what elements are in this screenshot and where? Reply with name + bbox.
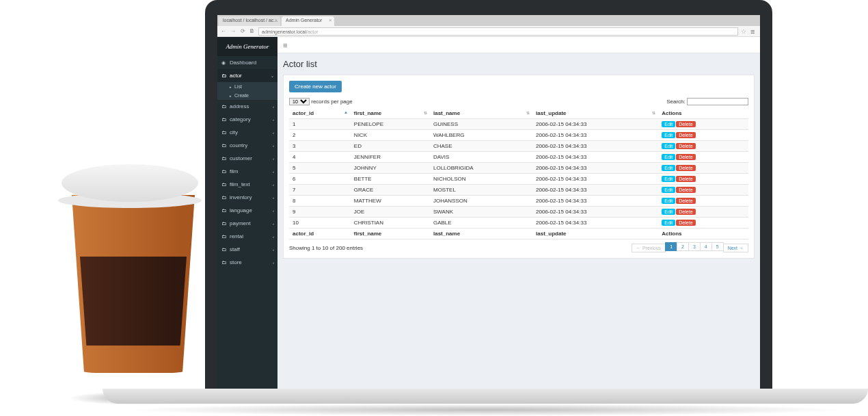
sidebar-item-rental[interactable]: 🗀rental‹ bbox=[217, 230, 277, 243]
sidebar-subitem-create[interactable]: ▸Create bbox=[217, 91, 277, 100]
sidebar-item-city[interactable]: 🗀city‹ bbox=[217, 126, 277, 139]
back-icon[interactable]: ← bbox=[220, 28, 227, 35]
edit-button[interactable]: Edit bbox=[662, 165, 675, 171]
pagination-page-4[interactable]: 4 bbox=[700, 242, 712, 251]
sidebar-item-address[interactable]: 🗀address‹ bbox=[217, 100, 277, 113]
edit-button[interactable]: Edit bbox=[662, 176, 675, 182]
sidebar-item-label: rental bbox=[230, 233, 243, 239]
url-host: admingenerator.local bbox=[262, 29, 306, 34]
cell-first-name: JOHNNY bbox=[351, 163, 430, 174]
chevron-left-icon: ‹ bbox=[273, 118, 274, 122]
column-header-last_name[interactable]: last_name⇅ bbox=[430, 108, 532, 119]
browser-address-bar: ← → ⟳ 🗎 admingenerator.local/actor ☆ ≡ bbox=[217, 26, 760, 37]
sidebar-item-label: actor bbox=[230, 73, 242, 79]
delete-button[interactable]: Delete bbox=[676, 176, 695, 182]
chevron-left-icon: ‹ bbox=[273, 235, 274, 239]
hamburger-icon[interactable]: ≡ bbox=[283, 41, 287, 49]
edit-button[interactable]: Edit bbox=[662, 154, 675, 160]
pagination-page-5[interactable]: 5 bbox=[711, 242, 724, 251]
close-icon[interactable]: × bbox=[329, 18, 331, 23]
sidebar-item-dashboard[interactable]: ◉ Dashboard bbox=[217, 56, 277, 69]
cell-first-name: ED bbox=[351, 141, 430, 152]
sidebar-item-customer[interactable]: 🗀customer‹ bbox=[217, 152, 277, 165]
close-icon[interactable]: × bbox=[275, 18, 277, 23]
browser-tab[interactable]: localhost / localhost / ac... × bbox=[219, 16, 280, 26]
cell-first-name: JENNIFER bbox=[351, 152, 430, 163]
sidebar-item-payment[interactable]: 🗀payment‹ bbox=[217, 217, 277, 230]
cell-first-name: CHRISTIAN bbox=[351, 218, 430, 229]
column-header-actor_id[interactable]: actor_id▲ bbox=[289, 108, 351, 119]
edit-button[interactable]: Edit bbox=[662, 198, 675, 204]
sidebar-item-staff[interactable]: 🗀staff‹ bbox=[217, 243, 277, 256]
create-button[interactable]: Create new actor bbox=[289, 81, 342, 92]
sidebar-item-label: film bbox=[230, 168, 238, 174]
pagination-page-2[interactable]: 2 bbox=[677, 242, 689, 251]
edit-button[interactable]: Edit bbox=[662, 143, 675, 149]
folder-icon: 🗀 bbox=[221, 130, 227, 135]
records-per-page-select[interactable]: 10 bbox=[289, 98, 310, 105]
cell-last-name: GABLE bbox=[430, 218, 532, 229]
sidebar-item-label: category bbox=[230, 116, 251, 122]
cell-actor-id: 8 bbox=[289, 196, 351, 207]
sidebar-item-film_text[interactable]: 🗀film_text‹ bbox=[217, 178, 277, 191]
cell-last-name: NICHOLSON bbox=[430, 174, 532, 185]
sidebar-item-store[interactable]: 🗀store‹ bbox=[217, 256, 277, 269]
cell-last-update: 2006-02-15 04:34:33 bbox=[532, 185, 658, 196]
sidebar-item-actor[interactable]: 🗀actor⌄ bbox=[217, 69, 277, 82]
cell-actor-id: 9 bbox=[289, 207, 351, 218]
sidebar-item-inventory[interactable]: 🗀inventory‹ bbox=[217, 191, 277, 204]
edit-button[interactable]: Edit bbox=[662, 209, 675, 215]
delete-button[interactable]: Delete bbox=[676, 132, 695, 138]
cell-first-name: NICK bbox=[351, 130, 430, 141]
edit-button[interactable]: Edit bbox=[662, 132, 675, 138]
delete-button[interactable]: Delete bbox=[676, 143, 695, 149]
url-input[interactable]: admingenerator.local/actor bbox=[258, 27, 738, 36]
cell-first-name: MATTHEW bbox=[351, 196, 430, 207]
sidebar-item-film[interactable]: 🗀film‹ bbox=[217, 165, 277, 178]
column-header-Actions[interactable]: Actions bbox=[658, 108, 748, 119]
sidebar-item-label: address bbox=[230, 103, 249, 109]
cell-last-name: LOLLOBRIGIDA bbox=[430, 163, 532, 174]
browser-tab-active[interactable]: Admin Generator × bbox=[282, 16, 334, 26]
chevron-left-icon: ‹ bbox=[273, 105, 274, 109]
chevron-left-icon: ‹ bbox=[273, 261, 274, 265]
pagination-page-1[interactable]: 1 bbox=[665, 242, 677, 251]
cell-actions: EditDelete bbox=[658, 174, 748, 185]
reload-icon[interactable]: ⟳ bbox=[239, 28, 246, 35]
folder-icon: 🗀 bbox=[221, 104, 227, 109]
folder-icon: 🗀 bbox=[221, 169, 227, 174]
sidebar-item-label: Dashboard bbox=[230, 60, 256, 66]
sidebar-item-language[interactable]: 🗀language‹ bbox=[217, 204, 277, 217]
pagination-prev[interactable]: ← Previous bbox=[632, 244, 666, 252]
delete-button[interactable]: Delete bbox=[676, 209, 695, 215]
column-footer-first_name: first_name bbox=[351, 229, 430, 239]
sidebar-item-category[interactable]: 🗀category‹ bbox=[217, 113, 277, 126]
file-icon: 🗎 bbox=[249, 28, 256, 35]
edit-button[interactable]: Edit bbox=[662, 220, 675, 226]
delete-button[interactable]: Delete bbox=[676, 220, 695, 226]
delete-button[interactable]: Delete bbox=[676, 187, 695, 193]
sidebar-item-country[interactable]: 🗀country‹ bbox=[217, 139, 277, 152]
delete-button[interactable]: Delete bbox=[676, 154, 695, 160]
chevron-left-icon: ‹ bbox=[273, 209, 274, 213]
pagination-page-3[interactable]: 3 bbox=[688, 242, 701, 251]
pagination-next[interactable]: Next → bbox=[723, 244, 748, 252]
cell-actor-id: 6 bbox=[289, 174, 351, 185]
column-header-last_update[interactable]: last_update⇅ bbox=[532, 108, 658, 119]
menu-icon[interactable]: ≡ bbox=[750, 27, 757, 36]
page-title: Actor list bbox=[283, 59, 755, 69]
delete-button[interactable]: Delete bbox=[676, 121, 695, 127]
bookmark-icon[interactable]: ☆ bbox=[741, 28, 748, 35]
sidebar-subitem-list[interactable]: ▸List bbox=[217, 82, 277, 91]
column-header-first_name[interactable]: first_name⇅ bbox=[351, 108, 430, 119]
delete-button[interactable]: Delete bbox=[676, 198, 695, 204]
search-input[interactable] bbox=[687, 98, 748, 105]
edit-button[interactable]: Edit bbox=[662, 121, 675, 127]
delete-button[interactable]: Delete bbox=[676, 165, 695, 171]
edit-button[interactable]: Edit bbox=[662, 187, 675, 193]
forward-icon[interactable]: → bbox=[230, 28, 236, 35]
cell-actions: EditDelete bbox=[658, 119, 748, 130]
chevron-left-icon: ‹ bbox=[273, 144, 274, 148]
cell-last-update: 2006-02-15 04:34:33 bbox=[532, 130, 658, 141]
content-area: Actor list Create new actor 10 records p… bbox=[277, 53, 760, 397]
